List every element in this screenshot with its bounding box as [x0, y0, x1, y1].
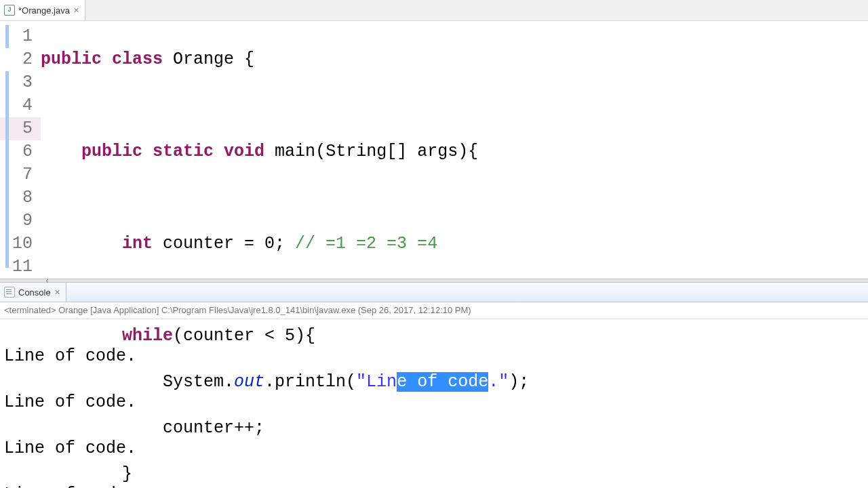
keyword: int [122, 234, 153, 253]
code-text: counte [163, 418, 224, 438]
code-text: (counter < 5){ [173, 326, 315, 346]
editor-tab[interactable]: J *Orange.java ✕ [0, 0, 85, 20]
keyword: static [153, 142, 214, 161]
string-literal: "Lin [356, 372, 397, 392]
gutter-annotation-bar [5, 71, 9, 268]
keyword: void [224, 142, 264, 161]
code-text: ); [509, 372, 529, 392]
code-text: (String[] args){ [315, 142, 478, 161]
code-text: } [122, 464, 132, 484]
keyword: class [112, 49, 163, 69]
editor-tab-row: J *Orange.java ✕ [0, 0, 868, 21]
keyword: while [122, 326, 173, 346]
code-text: r++; [224, 418, 264, 438]
chevron-left-icon[interactable]: ‹ [45, 277, 50, 286]
java-file-icon: J [4, 5, 15, 16]
code-text: .println( [264, 372, 356, 392]
console-icon [4, 287, 15, 298]
line-number: 2 [0, 48, 41, 71]
keyword: public [41, 49, 102, 69]
close-icon[interactable]: ✕ [73, 6, 79, 15]
text-selection: e of code [397, 372, 488, 392]
class-name: Orange [173, 49, 234, 69]
field-ref: out [234, 372, 264, 392]
method-name: main [275, 142, 315, 161]
code-text: counter = 0; [153, 234, 295, 253]
code-area[interactable]: public class Orange { public static void… [41, 21, 868, 279]
line-number-gutter: 1 2 3 4 5 6 7 8 9 10 11 [0, 21, 41, 279]
code-editor[interactable]: 1 2 3 4 5 6 7 8 9 10 11 public class Ora… [0, 21, 868, 279]
code-text: System. [163, 372, 234, 392]
code-text: { [234, 49, 254, 69]
gutter-annotation-bar [5, 25, 9, 48]
keyword: public [81, 142, 142, 161]
comment: // =1 =2 =3 =4 [295, 234, 437, 253]
string-literal: ." [488, 372, 509, 392]
editor-tab-title: *Orange.java [18, 5, 70, 16]
